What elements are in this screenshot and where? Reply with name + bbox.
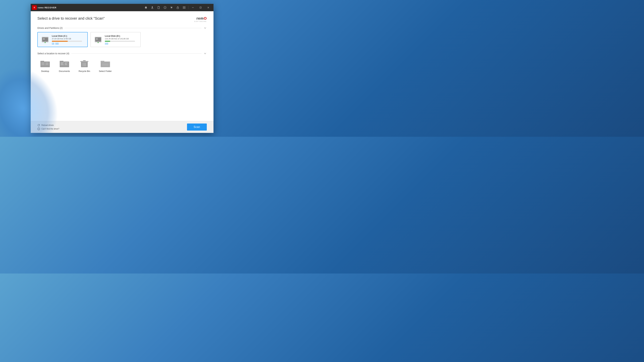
menu-button[interactable]	[181, 5, 187, 10]
remo-logo-text: remO	[194, 16, 207, 21]
drives-section-title: Drives and Partitions (2)	[38, 27, 62, 29]
cart-button[interactable]	[168, 5, 174, 10]
documents-icon	[59, 59, 70, 68]
drives-collapse-button[interactable]	[204, 26, 207, 30]
svg-rect-33	[42, 64, 44, 65]
drive-tags-c: OS SSD	[52, 42, 84, 44]
drives-section-line	[64, 28, 202, 28]
svg-rect-31	[42, 62, 44, 63]
svg-rect-30	[40, 61, 44, 62]
page-header: Select a drive to recover and click "Sca…	[38, 16, 207, 22]
window-controls	[189, 5, 212, 10]
svg-rect-9	[183, 7, 186, 8]
minimize-button[interactable]	[189, 5, 197, 10]
cant-find-drive-link[interactable]: ? Can't find the drive?	[38, 128, 59, 130]
svg-rect-52	[100, 61, 104, 62]
help-button[interactable]: ?	[162, 5, 168, 10]
svg-text:?: ?	[38, 128, 39, 130]
documents-label: Documents	[59, 70, 70, 72]
svg-rect-40	[61, 63, 63, 64]
select-folder-icon	[100, 59, 110, 68]
location-documents[interactable]: Documents	[56, 57, 72, 74]
svg-rect-44	[65, 64, 68, 65]
title-bar-logo: R remo RECOVER	[32, 5, 56, 10]
svg-rect-36	[46, 64, 48, 65]
footer-left: Reload drives ? Can't find the drive?	[38, 124, 59, 130]
home-button[interactable]	[143, 5, 149, 10]
drive-bar-fill-c	[52, 41, 68, 42]
drive-name-d: Local Disk (D:)	[105, 35, 137, 37]
svg-rect-38	[60, 61, 64, 62]
svg-point-54	[38, 128, 40, 130]
file-button[interactable]	[156, 5, 162, 10]
drive-tag-ssd-d[interactable]: SSD	[105, 42, 108, 44]
remo-logo-subtitle: SOFTWARE	[194, 21, 207, 22]
footer: Reload drives ? Can't find the drive? Sc…	[31, 121, 214, 133]
app-window: R remo RECOVER ?	[31, 4, 214, 133]
svg-rect-35	[46, 63, 48, 64]
svg-rect-7	[177, 7, 178, 9]
svg-rect-20	[43, 41, 48, 42]
desktop-label: Desktop	[41, 70, 49, 72]
drive-icon-d	[94, 35, 102, 44]
location-recycle-bin[interactable]: Recycle Bin	[76, 57, 93, 74]
recycle-bin-icon	[79, 59, 90, 68]
svg-rect-2	[151, 8, 153, 9]
drive-info-c: Local Disk (C:) 37,59 GB free of 80 GB O…	[52, 35, 84, 44]
help-circle-icon: ?	[38, 128, 40, 130]
drive-tag-ssd-c[interactable]: SSD	[55, 42, 59, 44]
drive-bar-bg-d	[105, 41, 135, 42]
locations-collapse-button[interactable]	[204, 52, 207, 55]
remo-logo: remO SOFTWARE	[194, 16, 207, 22]
svg-point-28	[98, 42, 98, 43]
svg-rect-50	[83, 60, 86, 61]
svg-rect-27	[96, 41, 100, 42]
maximize-button[interactable]	[197, 5, 204, 10]
svg-rect-51	[100, 61, 110, 67]
drive-info-d: Local Disk (D:) 116,78 GB free of 142,86…	[105, 35, 137, 44]
location-desktop[interactable]: Desktop	[38, 57, 53, 74]
scan-button[interactable]: Scan	[187, 123, 207, 131]
close-button[interactable]	[204, 5, 212, 10]
drive-tags-d: SSD	[105, 42, 137, 44]
svg-rect-49	[80, 61, 88, 62]
drive-icon-c	[41, 35, 50, 44]
reload-drives-link[interactable]: Reload drives	[38, 124, 59, 126]
drive-card-d[interactable]: Local Disk (D:) 116,78 GB free of 142,86…	[90, 32, 141, 47]
drive-tag-os[interactable]: OS	[52, 42, 54, 44]
svg-rect-10	[183, 8, 186, 8]
svg-point-5	[171, 8, 171, 8]
app-logo-icon: R	[32, 5, 37, 10]
app-title: remo RECOVER	[38, 6, 56, 9]
locations-section-line	[71, 53, 202, 54]
title-bar: R remo RECOVER ?	[31, 4, 214, 11]
svg-rect-37	[60, 61, 69, 67]
svg-rect-43	[65, 63, 67, 64]
svg-rect-41	[61, 64, 64, 65]
location-select-folder[interactable]: Select Folder	[96, 57, 114, 74]
recycle-bin-label: Recycle Bin	[79, 70, 90, 72]
page-title: Select a drive to recover and click "Sca…	[38, 16, 105, 21]
svg-rect-11	[192, 7, 194, 8]
svg-rect-12	[200, 7, 202, 8]
svg-rect-29	[40, 61, 50, 67]
drive-bar-bg-c	[52, 41, 82, 42]
svg-text:R: R	[34, 7, 35, 8]
drive-bar-fill-d	[105, 41, 110, 42]
svg-rect-32	[42, 63, 44, 64]
svg-rect-39	[61, 62, 64, 63]
lock-button[interactable]	[175, 5, 181, 10]
main-content: Select a drive to recover and click "Sca…	[31, 11, 214, 133]
reload-drives-label: Reload drives	[42, 124, 54, 126]
title-bar-actions: ?	[143, 5, 189, 10]
svg-rect-34	[46, 62, 48, 63]
content-area: Select a drive to recover and click "Sca…	[31, 11, 214, 121]
remo-logo-accent: O	[204, 16, 207, 20]
drive-name-c: Local Disk (C:)	[52, 35, 84, 37]
desktop-icon	[40, 59, 50, 68]
svg-point-21	[44, 42, 46, 43]
select-folder-label: Select Folder	[99, 70, 112, 72]
drive-card-c[interactable]: Local Disk (C:) 37,59 GB free of 80 GB O…	[38, 32, 88, 47]
drives-container: Local Disk (C:) 37,59 GB free of 80 GB O…	[38, 32, 207, 47]
download-button[interactable]	[149, 5, 155, 10]
